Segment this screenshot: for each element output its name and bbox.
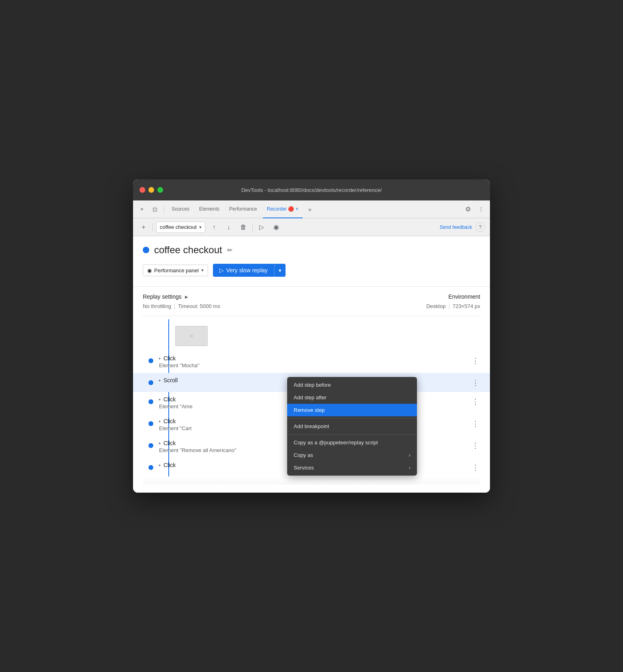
cm-copy-puppeteer-label: Copy as a @puppeteer/replay script: [294, 439, 378, 446]
dropdown-chevron-icon: ▾: [199, 224, 202, 230]
perf-panel-chevron-icon: ▾: [201, 267, 204, 273]
tab-recorder[interactable]: Recorder 🔴 ×: [263, 200, 303, 218]
cm-copy-as[interactable]: Copy as ›: [287, 449, 417, 461]
step-dot-6: [148, 465, 153, 470]
delete-recording-btn[interactable]: 🗑: [238, 222, 249, 233]
cm-divider-1: [287, 418, 417, 418]
record-btn[interactable]: ◉: [271, 222, 282, 233]
step-expand-icon-5[interactable]: ▸: [159, 441, 161, 445]
cm-services-chevron-icon: ›: [409, 465, 410, 471]
download-icon: ↓: [227, 224, 230, 231]
import-btn[interactable]: ↓: [223, 222, 234, 233]
timeout-label: Timeout: 5000 ms: [178, 303, 220, 309]
cm-add-step-after-label: Add step after: [294, 394, 327, 401]
step-timeline-5: [143, 440, 159, 448]
cm-copy-puppeteer[interactable]: Copy as a @puppeteer/replay script: [287, 436, 417, 449]
edit-title-icon[interactable]: ✏: [227, 246, 232, 254]
cm-add-step-after[interactable]: Add step after: [287, 391, 417, 404]
env-size-label: 723×574 px: [453, 303, 480, 309]
step-more-btn-5[interactable]: ⋮: [470, 441, 480, 450]
step-title-1: ▸ Click: [159, 355, 470, 362]
replay-chevron-icon: ▾: [279, 267, 281, 274]
cm-remove-step-label: Remove step: [294, 407, 325, 413]
send-feedback-link[interactable]: Send feedback: [440, 224, 472, 230]
step-more-btn-1[interactable]: ⋮: [470, 356, 480, 366]
step-more-btn-3[interactable]: ⋮: [470, 397, 480, 407]
more-options-btn[interactable]: ⋮: [475, 204, 487, 215]
step-more-btn-4[interactable]: ⋮: [470, 419, 480, 429]
replay-settings-meta: No throttling Timeout: 5000 ms Desktop 7…: [143, 303, 480, 309]
cm-services[interactable]: Services ›: [287, 461, 417, 474]
window-title: DevTools - localhost:8080/docs/devtools/…: [241, 187, 382, 193]
step-subtitle-3: Element "Ame: [159, 403, 297, 409]
perf-panel-icon: ◉: [147, 267, 152, 274]
replay-settings-title: Replay settings: [143, 293, 182, 300]
replay-settings-section: Replay settings ▶ Environment No throttl…: [143, 287, 480, 316]
close-button[interactable]: [140, 187, 145, 193]
performance-panel-btn[interactable]: ◉ Performance panel ▾: [143, 265, 208, 276]
step-more-btn-2[interactable]: ⋮: [470, 378, 480, 388]
step-subtitle-4: Element "Cart: [159, 425, 297, 431]
step-expand-icon-6[interactable]: ▸: [159, 463, 161, 467]
tab-elements[interactable]: Elements: [195, 200, 223, 218]
step-type-1: Click: [163, 355, 176, 362]
replay-settings-expand-icon[interactable]: ▶: [185, 295, 188, 299]
context-menu: Add step before Add step after Remove st…: [287, 377, 417, 476]
help-icon: ?: [479, 224, 481, 230]
meta-divider: [174, 304, 175, 309]
more-tabs-btn[interactable]: »: [304, 204, 316, 215]
cursor-icon: ⌖: [140, 206, 144, 213]
device-icon: ⊡: [153, 206, 157, 213]
replay-settings-left: Replay settings ▶: [143, 293, 188, 300]
step-expand-icon-3[interactable]: ▸: [159, 397, 161, 401]
step-timeline-3: [143, 396, 159, 404]
more-vert-icon-3: ⋮: [472, 397, 479, 406]
step-dot-1: [148, 358, 153, 363]
meta-right-divider: [449, 304, 449, 309]
replay-btn-small[interactable]: ▷: [256, 222, 267, 233]
replay-button-group: ▷ Very slow replay ▾: [213, 264, 286, 277]
replay-dropdown-arrow-btn[interactable]: ▾: [274, 264, 286, 277]
recording-name: coffee checkout: [160, 224, 197, 230]
cm-add-breakpoint-label: Add breakpoint: [294, 423, 329, 429]
device-toggle-btn[interactable]: ⊡: [149, 204, 161, 215]
step-type-6: Click: [163, 462, 176, 468]
chevron-right-icon: »: [308, 206, 312, 213]
cm-add-step-before[interactable]: Add step before: [287, 379, 417, 391]
settings-button[interactable]: ⚙: [462, 204, 474, 215]
cm-remove-step[interactable]: Remove step: [287, 404, 417, 416]
step-expand-icon-4[interactable]: ▸: [159, 419, 161, 423]
tab-performance[interactable]: Performance: [225, 200, 261, 218]
recording-selector[interactable]: coffee checkout ▾: [156, 222, 205, 233]
minimize-button[interactable]: [148, 187, 154, 193]
cm-add-step-before-label: Add step before: [294, 382, 331, 388]
tab-sources[interactable]: Sources: [168, 200, 193, 218]
step-timeline-2: [143, 377, 159, 385]
step-expand-icon-1[interactable]: ▸: [159, 356, 161, 360]
new-recording-btn[interactable]: +: [138, 222, 149, 233]
step-more-btn-6[interactable]: ⋮: [470, 463, 480, 472]
steps-container: ⊡ ▸ Click Element "Mocha" ⋮: [143, 319, 480, 476]
more-vert-icon-2: ⋮: [472, 378, 479, 387]
toolbar-divider-1: [153, 223, 153, 231]
recording-header: coffee checkout ✏: [143, 244, 480, 256]
upload-icon: ↑: [213, 224, 216, 231]
step-type-4: Click: [163, 418, 176, 424]
step-dot-5: [148, 443, 153, 448]
delete-icon: 🗑: [240, 224, 247, 231]
help-button[interactable]: ?: [475, 222, 485, 232]
more-vert-icon-1: ⋮: [472, 356, 479, 365]
step-dot-2: [148, 380, 153, 385]
very-slow-replay-btn[interactable]: ▷ Very slow replay: [213, 264, 274, 277]
step-expand-icon-2[interactable]: ▸: [159, 378, 161, 382]
toolbar-divider: [164, 205, 164, 213]
cm-copy-as-chevron-icon: ›: [409, 452, 410, 458]
gear-icon: ⚙: [465, 205, 471, 213]
main-content: coffee checkout ✏ ◉ Performance panel ▾ …: [133, 236, 490, 493]
cursor-icon-btn[interactable]: ⌖: [136, 204, 148, 215]
action-buttons-row: ◉ Performance panel ▾ ▷ Very slow replay…: [143, 264, 480, 277]
maximize-button[interactable]: [157, 187, 163, 193]
step-timeline-6: [143, 462, 159, 470]
cm-add-breakpoint[interactable]: Add breakpoint: [287, 420, 417, 433]
export-btn[interactable]: ↑: [208, 222, 220, 233]
